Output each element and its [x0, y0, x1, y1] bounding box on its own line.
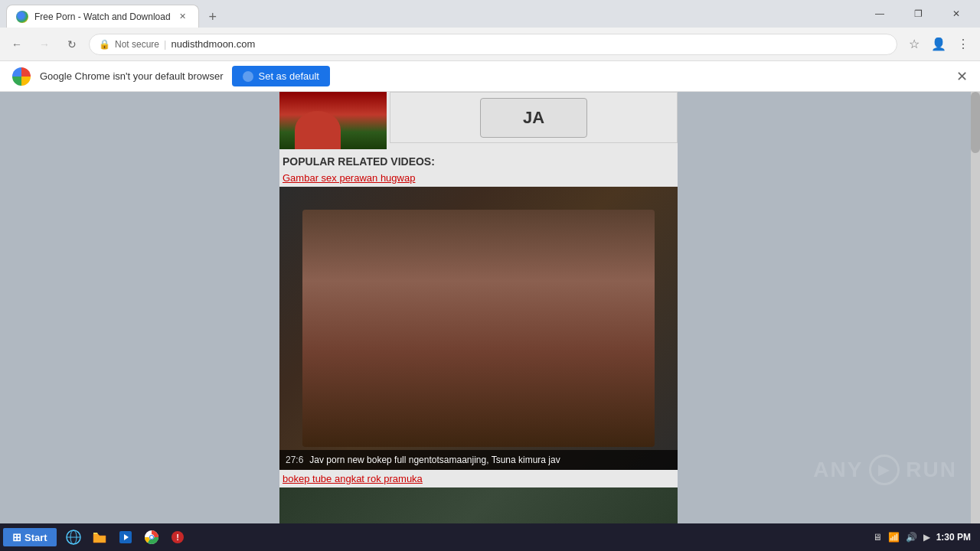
right-spacer [678, 92, 980, 523]
taskbar-chrome-icon[interactable] [139, 526, 164, 549]
video1-duration: 27:6 [286, 455, 303, 465]
window-controls: — ❐ ✕ [862, 3, 974, 24]
ja-section: JA [390, 92, 678, 143]
related-section: POPULAR RELATED VIDEOS: Gambar sex peraw… [279, 149, 678, 523]
scrollbar-thumb[interactable] [971, 92, 980, 153]
close-button[interactable]: ✕ [939, 3, 974, 24]
taskbar-media-icon[interactable] [113, 526, 138, 549]
taskbar-items: ! [61, 526, 190, 549]
url-divider: | [164, 38, 166, 50]
back-button[interactable]: ← [6, 34, 28, 55]
video2-link[interactable]: bokep tube angkat rok pramuka [279, 470, 678, 487]
scrollbar[interactable] [971, 92, 980, 523]
related-title: POPULAR RELATED VIDEOS: [279, 152, 678, 172]
video1-link[interactable]: Gambar sex perawan hugwap [279, 172, 678, 187]
new-tab-button[interactable]: + [202, 6, 224, 28]
svg-point-7 [150, 536, 153, 539]
notification-bar: Google Chrome isn't your default browser… [0, 61, 980, 92]
minimize-button[interactable]: — [862, 3, 897, 24]
browser-window: Free Porn - Watch and Download ✕ + — ❐ ✕… [0, 0, 980, 551]
top-section: JA [279, 92, 678, 149]
tab-favicon [16, 11, 28, 23]
tab-close-button[interactable]: ✕ [177, 11, 189, 23]
page-content: JA POPULAR RELATED VIDEOS: Gambar sex pe… [0, 92, 980, 523]
main-area: JA POPULAR RELATED VIDEOS: Gambar sex pe… [0, 92, 980, 523]
start-button[interactable]: ⊞ Start [3, 528, 57, 546]
system-clock: 1:30 PM [936, 532, 971, 543]
preview-image [279, 92, 387, 149]
menu-icon[interactable]: ⋮ [952, 34, 974, 55]
video1-caption: Jav porn new bokep full ngentotsamaanjin… [309, 455, 560, 465]
refresh-button[interactable]: ↻ [61, 34, 83, 55]
video2-thumbnail[interactable] [279, 487, 678, 523]
forward-button[interactable]: → [34, 34, 55, 55]
windows-icon: ⊞ [12, 531, 21, 543]
taskbar-security-icon[interactable]: ! [165, 526, 190, 549]
bookmark-icon[interactable]: ☆ [903, 34, 925, 55]
taskbar: ⊞ Start [0, 523, 980, 551]
tray-arrow-icon: ▶ [923, 532, 930, 543]
security-icon: 🔒 [99, 39, 110, 50]
not-secure-label: Not secure [115, 39, 159, 50]
toolbar-icons: ☆ 👤 ⋮ [903, 34, 974, 55]
notification-message: Google Chrome isn't your default browser [40, 70, 223, 82]
left-spacer [0, 92, 279, 523]
tray-network-icon: 📶 [888, 532, 900, 543]
profile-icon[interactable]: 👤 [928, 34, 949, 55]
chrome-logo [12, 67, 31, 86]
video1-overlay: 27:6 Jav porn new bokep full ngentotsama… [279, 450, 678, 470]
set-default-button[interactable]: Set as default [232, 66, 330, 86]
video1-thumbnail[interactable]: 27:6 Jav porn new bokep full ngentotsama… [279, 187, 678, 470]
active-tab[interactable]: Free Porn - Watch and Download ✕ [6, 5, 199, 28]
taskbar-explorer-icon[interactable] [61, 526, 86, 549]
ja-button[interactable]: JA [480, 98, 587, 138]
notification-close-button[interactable]: ✕ [956, 68, 968, 85]
title-bar: Free Porn - Watch and Download ✕ + — ❐ ✕ [0, 0, 980, 28]
url-text: nudisthdmoon.com [171, 38, 255, 50]
address-bar: ← → ↻ 🔒 Not secure | nudisthdmoon.com ☆ … [0, 28, 980, 61]
taskbar-folder-icon[interactable] [87, 526, 112, 549]
url-bar[interactable]: 🔒 Not secure | nudisthdmoon.com [89, 34, 897, 55]
system-tray: 🖥 📶 🔊 ▶ 1:30 PM [867, 532, 977, 543]
tray-monitor-icon: 🖥 [873, 532, 882, 543]
maximize-button[interactable]: ❐ [900, 3, 936, 24]
tray-volume-icon: 🔊 [906, 532, 917, 543]
center-content: JA POPULAR RELATED VIDEOS: Gambar sex pe… [279, 92, 678, 523]
shield-icon [243, 71, 253, 82]
tab-bar: Free Porn - Watch and Download ✕ + [6, 0, 224, 28]
svg-text:!: ! [176, 533, 179, 542]
tab-title: Free Porn - Watch and Download [34, 11, 171, 22]
clock-time: 1:30 PM [936, 532, 971, 543]
video1-scene [279, 187, 678, 470]
